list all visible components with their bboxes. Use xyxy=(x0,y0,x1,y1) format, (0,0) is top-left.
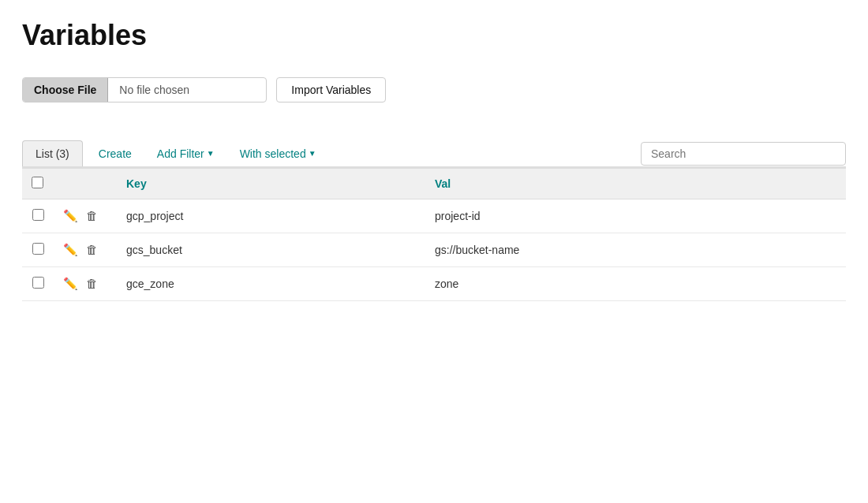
create-button[interactable]: Create xyxy=(86,141,144,166)
header-checkbox-col xyxy=(22,169,54,199)
header-val-col: Val xyxy=(425,169,846,199)
row-checkbox[interactable] xyxy=(32,277,44,289)
row-checkbox[interactable] xyxy=(32,243,44,255)
list-tab[interactable]: List (3) xyxy=(22,140,83,166)
row-val: gs://bucket-name xyxy=(425,233,846,267)
import-area: Choose File No file chosen Import Variab… xyxy=(22,77,846,118)
row-val: project-id xyxy=(425,199,846,233)
row-actions-cell: ✏️ 🗑 xyxy=(54,199,117,233)
edit-icon[interactable]: ✏️ xyxy=(63,209,78,223)
page-title: Variables xyxy=(22,19,846,52)
edit-icon[interactable]: ✏️ xyxy=(63,277,78,291)
table-body: ✏️ 🗑 gcp_project project-id ✏️ 🗑 gcs_buc… xyxy=(22,199,846,301)
table-row: ✏️ 🗑 gcs_bucket gs://bucket-name xyxy=(22,233,846,267)
delete-icon[interactable]: 🗑 xyxy=(86,243,98,256)
select-all-checkbox[interactable] xyxy=(32,177,43,188)
with-selected-label: With selected xyxy=(240,147,306,160)
page-container: Variables Choose File No file chosen Imp… xyxy=(0,0,868,503)
edit-icon[interactable]: ✏️ xyxy=(63,243,78,257)
row-checkbox-cell xyxy=(22,199,54,233)
table-row: ✏️ 🗑 gce_zone zone xyxy=(22,267,846,301)
row-checkbox-cell xyxy=(22,267,54,301)
row-key: gcp_project xyxy=(117,199,425,233)
header-actions-col xyxy=(54,169,117,199)
table-header-row: Key Val xyxy=(22,169,846,199)
with-selected-button[interactable]: With selected ▼ xyxy=(227,141,329,166)
delete-icon[interactable]: 🗑 xyxy=(86,277,98,290)
header-key-col: Key xyxy=(117,169,425,199)
table-row: ✏️ 🗑 gcp_project project-id xyxy=(22,199,846,233)
row-checkbox[interactable] xyxy=(32,209,44,221)
file-input-wrapper: Choose File No file chosen xyxy=(22,77,267,102)
delete-icon[interactable]: 🗑 xyxy=(86,209,98,222)
import-variables-button[interactable]: Import Variables xyxy=(276,77,386,102)
row-key: gce_zone xyxy=(117,267,425,301)
row-actions-cell: ✏️ 🗑 xyxy=(54,267,117,301)
row-key: gcs_bucket xyxy=(117,233,425,267)
create-label: Create xyxy=(99,147,132,160)
variables-table: Key Val ✏️ 🗑 gcp_project project-id ✏️ 🗑 xyxy=(22,168,846,301)
add-filter-button[interactable]: Add Filter ▼ xyxy=(144,141,227,166)
toolbar: List (3) Create Add Filter ▼ With select… xyxy=(22,140,846,168)
row-val: zone xyxy=(425,267,846,301)
choose-file-button[interactable]: Choose File xyxy=(23,78,108,102)
row-actions-cell: ✏️ 🗑 xyxy=(54,233,117,267)
add-filter-dropdown-arrow: ▼ xyxy=(207,149,215,158)
search-input[interactable] xyxy=(641,142,846,166)
add-filter-label: Add Filter xyxy=(157,147,204,160)
row-checkbox-cell xyxy=(22,233,54,267)
with-selected-dropdown-arrow: ▼ xyxy=(309,149,316,158)
no-file-label: No file chosen xyxy=(108,78,266,102)
